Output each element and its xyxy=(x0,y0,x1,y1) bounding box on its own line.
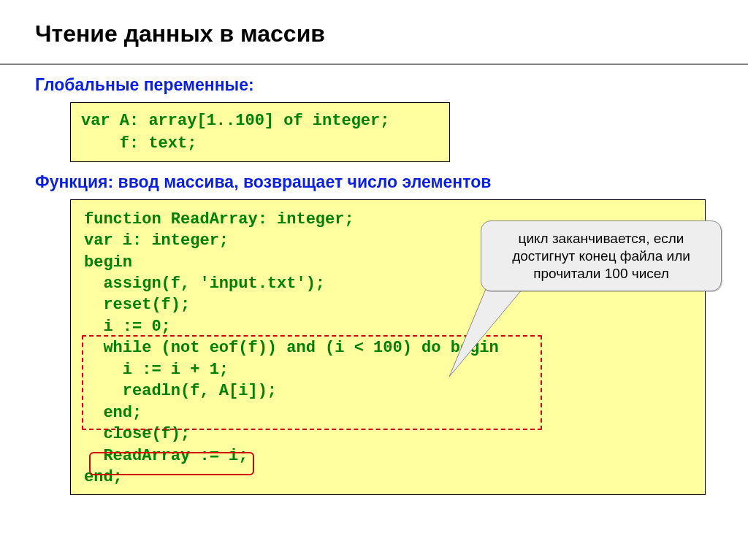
highlight-return-solid xyxy=(89,452,254,475)
callout-tail-icon xyxy=(449,289,537,377)
divider xyxy=(0,64,748,65)
section-heading-function: Функция: ввод массива, возвращает число … xyxy=(35,172,719,192)
page-title: Чтение данных в массив xyxy=(35,20,719,47)
svg-marker-0 xyxy=(449,289,522,377)
callout-bubble: цикл заканчивается, если достигнут конец… xyxy=(481,220,722,291)
slide: Чтение данных в массив Глобальные переме… xyxy=(0,0,748,560)
section-heading-globals: Глобальные переменные: xyxy=(35,75,719,95)
code-block-globals: var A: array[1..100] of integer; f: text… xyxy=(70,102,450,162)
